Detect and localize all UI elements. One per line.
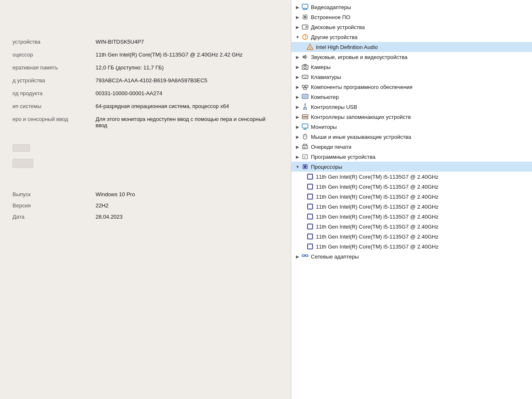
tree-item-cpu7[interactable]: 11th Gen Intel(R) Core(TM) i5-1135G7 @ 2… (291, 232, 532, 241)
chevron-icon: ▶ (295, 254, 300, 259)
tree-item-label: 11th Gen Intel(R) Core(TM) i5-1135G7 @ 2… (316, 244, 438, 250)
cpusq-icon (306, 213, 314, 220)
tree-item-intel-hda[interactable]: !Intel High Definition Audio (291, 42, 532, 52)
tree-item-firmware[interactable]: ▶Встроенное ПО (291, 12, 532, 22)
tree-item-printqueue[interactable]: ▶Очереди печати (291, 142, 532, 152)
svg-rect-50 (308, 244, 313, 249)
cpusq-icon (306, 203, 314, 210)
tree-item-usb-controllers[interactable]: ▶Контроллеры USB (291, 102, 532, 112)
tree-item-mice[interactable]: ▶Мыши и иные указывающие устройства (291, 132, 532, 142)
tree-item-label: Компоненты программного обеспечения (311, 84, 412, 90)
chevron-icon: ▶ (295, 134, 300, 140)
chevron-icon: ▼ (295, 34, 300, 40)
cpusq-icon (306, 193, 314, 200)
proc-icon (301, 163, 309, 170)
svg-rect-27 (305, 109, 307, 110)
tree-item-monitors[interactable]: ▶Мониторы (291, 122, 532, 132)
cpusq-icon (306, 233, 314, 240)
copy-button[interactable] (12, 144, 30, 152)
tree-item-audiodevices[interactable]: ▶Звуковые, игровые и видеоустройства (291, 52, 532, 62)
tree-item-cpu8[interactable]: 11th Gen Intel(R) Core(TM) i5-1135G7 @ 2… (291, 241, 532, 251)
device-info-row: оцессор 11th Gen Intel(R) Core(TM) i5-11… (12, 48, 278, 61)
svg-point-7 (305, 26, 307, 28)
tree-item-otherdevices[interactable]: ▼!Другие устройства (291, 32, 532, 42)
tree-item-software-components[interactable]: ▶Компоненты программного обеспечения (291, 82, 532, 92)
sound-icon (301, 53, 309, 61)
tree-item-softwaredevices[interactable]: ▶Программные устройства (291, 152, 532, 162)
svg-rect-47 (308, 214, 313, 219)
windows-info-row: Версия 22H2 (12, 200, 278, 211)
svg-rect-42 (304, 165, 306, 168)
device-section-title (12, 21, 278, 25)
chevron-icon (300, 224, 305, 229)
chevron-icon: ▶ (295, 64, 300, 70)
keyboard-icon (301, 73, 309, 81)
tree-item-diskdrives[interactable]: ▶Дисковые устройства (291, 22, 532, 32)
svg-rect-26 (303, 109, 305, 110)
tree-item-label: Компьютер (311, 94, 339, 100)
tree-item-label: Звуковые, игровые и видеоустройства (311, 54, 407, 60)
device-info-label: еративная память (12, 61, 96, 74)
tree-item-label: Контроллеры запоминающих устройств (311, 114, 411, 120)
svg-rect-44 (308, 184, 313, 189)
chevron-icon (300, 184, 305, 190)
svg-point-14 (304, 66, 306, 69)
svg-rect-24 (303, 95, 307, 98)
svg-rect-43 (308, 174, 313, 179)
tree-item-cpu6[interactable]: 11th Gen Intel(R) Core(TM) i5-1135G7 @ 2… (291, 222, 532, 232)
tree-item-computer[interactable]: ▶Компьютер (291, 92, 532, 102)
tree-item-cpu4[interactable]: 11th Gen Intel(R) Core(TM) i5-1135G7 @ 2… (291, 202, 532, 212)
windows-info-value: 28.04.2023 (96, 211, 278, 222)
tree-item-label: Мониторы (311, 124, 337, 130)
chevron-icon: ▶ (295, 154, 300, 160)
device-info-label: оцессор (12, 48, 96, 61)
device-info-row: д устройства 793ABC2A-A1AA-4102-B619-9A8… (12, 74, 278, 87)
tree-item-label: Камеры (311, 64, 331, 70)
tree-item-cpu5[interactable]: 11th Gen Intel(R) Core(TM) i5-1135G7 @ 2… (291, 212, 532, 222)
device-info-label: д устройства (12, 74, 96, 87)
chip-icon (301, 13, 309, 21)
camera-icon (301, 63, 309, 71)
device-info-row: еративная память 12,0 ГБ (доступно: 11,7… (12, 61, 278, 74)
tree-item-label: 11th Gen Intel(R) Core(TM) i5-1135G7 @ 2… (316, 204, 438, 210)
storage-icon (301, 113, 309, 121)
tree-item-cpu3[interactable]: 11th Gen Intel(R) Core(TM) i5-1135G7 @ 2… (291, 192, 532, 202)
tree-item-label: 11th Gen Intel(R) Core(TM) i5-1135G7 @ 2… (316, 214, 438, 220)
device-info-label: еро и сенсорный ввод (12, 113, 96, 132)
components-icon (301, 83, 309, 91)
chevron-icon: ▶ (295, 14, 300, 20)
tree-item-keyboards[interactable]: ▶Клавиатуры (291, 72, 532, 82)
warning-icon: ! (306, 43, 314, 51)
tree-item-label: 11th Gen Intel(R) Core(TM) i5-1135G7 @ 2… (316, 234, 438, 240)
rename-button[interactable] (12, 159, 33, 168)
svg-rect-48 (308, 224, 313, 229)
computer-icon (301, 93, 309, 101)
chevron-icon: ▶ (295, 104, 300, 110)
device-info-table: устройства WIN-BITDSK5U4P7 оцессор 11th … (12, 35, 278, 132)
tree-item-cpu1[interactable]: 11th Gen Intel(R) Core(TM) i5-1135G7 @ 2… (291, 172, 532, 182)
svg-rect-21 (305, 85, 308, 87)
tree-item-label: 11th Gen Intel(R) Core(TM) i5-1135G7 @ 2… (316, 224, 438, 230)
cpusq-icon (306, 243, 314, 250)
windows-info-label: Версия (12, 200, 96, 211)
tree-item-storage-controllers[interactable]: ▶Контроллеры запоминающих устройств (291, 112, 532, 122)
tree-item-label: Встроенное ПО (311, 14, 350, 20)
chevron-icon (300, 174, 305, 180)
cpusq-icon (306, 173, 314, 180)
cpusq-icon (306, 183, 314, 190)
tree-item-cpu2[interactable]: 11th Gen Intel(R) Core(TM) i5-1135G7 @ 2… (291, 182, 532, 192)
tree-item-label: 11th Gen Intel(R) Core(TM) i5-1135G7 @ 2… (316, 194, 438, 200)
tree-item-networkadapters[interactable]: ▶Сетевые адаптеры (291, 251, 532, 261)
windows-info-row: Дата 28.04.2023 (12, 211, 278, 222)
tree-item-label: Процессоры (311, 164, 342, 170)
tree-item-label: Мыши и иные указывающие устройства (311, 134, 411, 140)
device-tree: ▶Видеоадаптеры▶Встроенное ПО▶Дисковые ус… (291, 0, 532, 399)
svg-rect-51 (302, 255, 305, 256)
chevron-icon (300, 204, 305, 209)
tree-item-processors[interactable]: ▼Процессоры (291, 162, 532, 172)
usb-icon (301, 103, 309, 111)
tree-item-videoadapters[interactable]: ▶Видеоадаптеры (291, 2, 532, 12)
windows-info-label: Дата (12, 211, 96, 222)
windows-info-table: Выпуск Windows 10 Pro Версия 22H2 Дата 2… (12, 189, 278, 222)
tree-item-cameras[interactable]: ▶Камеры (291, 62, 532, 72)
